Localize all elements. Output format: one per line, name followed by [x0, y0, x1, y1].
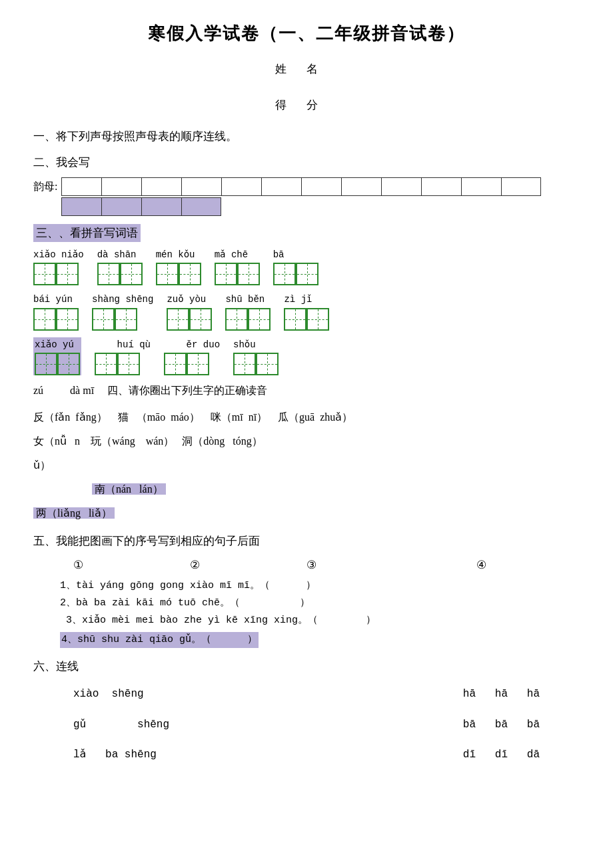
char-box: [187, 353, 209, 375]
pinyin-text: xiǎo yú: [35, 337, 74, 352]
word-group: bā: [273, 247, 318, 285]
char-box: [273, 263, 296, 285]
pinyin-text: shàng shēng: [92, 292, 153, 307]
word-group: mǎ chē: [215, 247, 260, 285]
left-col: xiào shēng gǔ shēng lǎ ba shēng: [73, 681, 169, 769]
pinyin-text: shǒu: [233, 337, 256, 352]
sentence-item-3: 3、xiǎo mèi mei bào zhe yì kē xīng xing。（…: [60, 613, 580, 629]
pinyin-text: huí qù: [95, 337, 151, 352]
left-item-3: lǎ ba shēng: [73, 741, 169, 769]
reading-row: ǔ）: [33, 455, 580, 476]
circle-2: ②: [190, 556, 200, 574]
yunmu-grid2: [61, 197, 221, 216]
word-group: xiǎo niǎo: [33, 247, 84, 285]
word-group: ěr duo: [164, 337, 220, 375]
word-group: bái yún: [33, 292, 79, 330]
last-pinyin-row: zú dà mī 四、请你圈出下列生字的正确读音: [33, 382, 580, 399]
nan-highlight: 南（nán lán）: [92, 483, 166, 495]
word-group: mén kǒu: [156, 247, 201, 285]
char-box: [56, 308, 79, 331]
section4-content: 反（fǎn fǎng） 猫 （māo máo） 咪（mī nī） 瓜（guā z…: [33, 407, 580, 524]
yunmu-cell: [501, 177, 541, 196]
yunmu-cell: [101, 177, 141, 196]
char-box: [248, 308, 271, 331]
score-label: 得分: [275, 99, 338, 111]
word-group: shàng shēng: [92, 292, 153, 330]
yunmu-cell: [261, 177, 301, 196]
numbered-items: 1、tài yáng gōng gong xiào mī mī。（ ） 2、bà…: [60, 578, 580, 649]
pinyin-text: mǎ chē: [215, 247, 248, 262]
yunmu-cell: [301, 177, 341, 196]
char-boxes: [92, 308, 137, 331]
char-box: [35, 353, 57, 375]
section2-title: 二、我会写: [33, 153, 580, 171]
sentence-item-4: 4、shū shu zài qiāo gǔ。（ ）: [60, 632, 259, 648]
char-boxes: [167, 308, 212, 331]
circle-3: ③: [306, 556, 316, 574]
section4-inline: 四、请你圈出下列生字的正确读音: [107, 385, 267, 396]
char-box: [57, 353, 80, 375]
section-5: 五、我能把图画下的序号写到相应的句子后面 ① ② ③ ④ 1、tài yáng …: [33, 532, 580, 649]
char-box: [115, 308, 137, 331]
right-item-1: hā hā hā: [463, 681, 540, 709]
section-3: 三、、看拼音写词语 xiǎo niǎo dà shān mén kǒu: [33, 224, 580, 399]
page-title: 寒假入学试卷（一、二年级拼音试卷）: [33, 20, 580, 48]
yunmu-cell: [421, 177, 461, 196]
char-boxes: [284, 308, 329, 331]
yunmu-cell: [141, 177, 181, 196]
section3-title: 三、、看拼音写词语: [33, 224, 141, 242]
word-group: xiǎo yú: [33, 337, 81, 375]
yunmu-cell: [61, 177, 101, 196]
char-box: [117, 353, 140, 375]
char-box: [256, 353, 279, 375]
char-boxes: [233, 353, 279, 375]
yunmu-grid1: [61, 177, 541, 196]
yunmu-cell: [341, 177, 381, 196]
yunmu-row1: 韵母:: [33, 177, 580, 196]
char-boxes: [97, 263, 143, 285]
reading-row: 南（nán lán）: [33, 479, 580, 500]
char-box: [179, 263, 201, 285]
pinyin-text: zuǒ yòu: [167, 292, 206, 307]
yunmu-cell: [461, 177, 501, 196]
section6-content: xiào shēng gǔ shēng lǎ ba shēng hā hā hā…: [73, 681, 540, 769]
right-item-3: dī dī dā: [463, 741, 540, 769]
char-box: [120, 263, 143, 285]
yunmu-cell-hl: [61, 197, 101, 216]
liang-highlight: 两（liǎng liǎ）: [33, 507, 115, 519]
pinyin-text: xiǎo niǎo: [33, 247, 84, 262]
char-box: [95, 353, 117, 375]
pinyin-text: zì jǐ: [284, 292, 312, 307]
char-box: [237, 263, 260, 285]
section6-title: 六、连线: [33, 657, 580, 675]
circle-nums: ① ② ③ ④: [73, 556, 580, 574]
zu-text: zú: [33, 385, 43, 396]
word-group-shou: shǒu: [233, 337, 279, 375]
char-box: [97, 263, 120, 285]
name-label: 姓名: [275, 63, 338, 75]
char-box: [284, 308, 306, 331]
pinyin-text: bái yún: [33, 292, 73, 307]
yunmu-cell: [221, 177, 261, 196]
yunmu-cell: [381, 177, 421, 196]
section1-title: 一、将下列声母按照声母表的顺序连线。: [33, 127, 580, 145]
pinyin-text: bā: [273, 247, 285, 262]
char-box: [296, 263, 318, 285]
char-box: [33, 308, 56, 331]
char-box: [189, 308, 212, 331]
left-item-1: xiào shēng: [73, 681, 169, 709]
da-mi-text: dà mī: [70, 385, 94, 396]
char-boxes: [215, 263, 260, 285]
right-item-2: bā bā bā: [463, 711, 540, 739]
circle-1: ①: [73, 556, 83, 574]
char-boxes: [95, 353, 140, 375]
right-col: hā hā hā bā bā bā dī dī dā: [463, 681, 540, 769]
char-box: [233, 353, 256, 375]
char-box: [306, 308, 329, 331]
pinyin-text: ěr duo: [164, 337, 220, 352]
yunmu-cell: [181, 177, 221, 196]
sentence-item-1: 1、tài yáng gōng gong xiào mī mī。（ ）: [60, 578, 580, 594]
pinyin-text: dà shān: [97, 247, 137, 262]
yunmu-row2: [61, 197, 580, 216]
yunmu-cell-hl: [101, 197, 141, 216]
